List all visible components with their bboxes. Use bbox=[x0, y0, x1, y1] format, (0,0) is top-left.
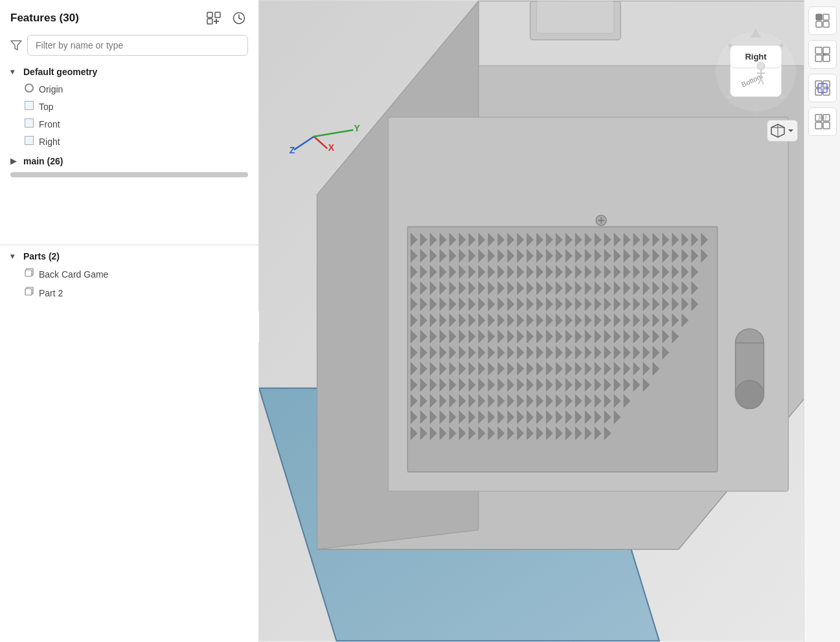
parts-header[interactable]: ▾ Parts (2) bbox=[0, 248, 258, 265]
svg-rect-10 bbox=[25, 289, 32, 295]
svg-text:X: X bbox=[328, 142, 335, 153]
view-cube[interactable]: Right Bottom bbox=[710, 26, 801, 116]
chevron-down-icon: ▾ bbox=[10, 67, 19, 76]
main-viewport[interactable]: Z X Y bbox=[259, 0, 840, 642]
top-plane-icon bbox=[23, 101, 35, 112]
svg-point-407 bbox=[728, 43, 732, 47]
variables-icon: f(x) bbox=[814, 113, 831, 130]
svg-rect-432 bbox=[823, 122, 830, 129]
left-panel: Features (30) ▾ bbox=[0, 0, 259, 642]
scroll-bar[interactable] bbox=[10, 172, 248, 177]
default-geometry-header[interactable]: ▾ Default geometry bbox=[0, 63, 258, 80]
filter-icon bbox=[10, 39, 22, 51]
grid-parts-icon bbox=[814, 46, 831, 63]
tree-item-front[interactable]: Front bbox=[0, 115, 258, 133]
part-2-label: Part 2 bbox=[39, 288, 63, 298]
tree-item-origin[interactable]: Origin bbox=[0, 80, 258, 98]
search-row bbox=[0, 32, 258, 63]
svg-point-378 bbox=[736, 381, 764, 409]
svg-point-408 bbox=[780, 43, 784, 47]
right-label: Right bbox=[39, 137, 60, 147]
svg-text:f(x): f(x) bbox=[818, 114, 826, 120]
parts-label: Parts (2) bbox=[23, 251, 60, 261]
front-label: Front bbox=[39, 119, 60, 129]
svg-point-409 bbox=[728, 95, 732, 99]
svg-rect-0 bbox=[207, 12, 212, 17]
svg-rect-419 bbox=[815, 47, 822, 54]
back-card-game-label: Back Card Game bbox=[39, 269, 108, 280]
chevron-right-icon: ▶ bbox=[10, 157, 19, 166]
toolbar-grid-button[interactable] bbox=[808, 40, 837, 69]
view-cube-toggle[interactable] bbox=[767, 120, 798, 142]
tree-item-back-card-game[interactable]: Back Card Game bbox=[0, 265, 258, 283]
parts-section: ▾ Parts (2) Back Card Game bbox=[0, 245, 258, 302]
default-geometry-label: Default geometry bbox=[23, 67, 97, 77]
origin-label: Origin bbox=[39, 84, 63, 94]
svg-rect-2 bbox=[207, 19, 212, 24]
svg-marker-414 bbox=[788, 129, 793, 132]
tree-item-part-2[interactable]: Part 2 bbox=[0, 283, 258, 302]
cube-icon bbox=[770, 123, 786, 138]
main-group-label: main (26) bbox=[23, 156, 63, 166]
origin-icon bbox=[23, 83, 35, 94]
dropdown-arrow-icon bbox=[787, 127, 795, 135]
svg-rect-422 bbox=[823, 55, 830, 61]
add-feature-button[interactable] bbox=[204, 9, 223, 27]
assembly-icon bbox=[814, 80, 831, 96]
panel-header: Features (30) bbox=[0, 0, 258, 32]
panel-title: Features (30) bbox=[10, 12, 198, 25]
search-input[interactable] bbox=[27, 35, 248, 56]
toolbar-variables-button[interactable]: f(x) bbox=[808, 107, 837, 136]
part-icon-part2 bbox=[23, 287, 35, 299]
clock-icon bbox=[233, 12, 245, 25]
svg-marker-8 bbox=[11, 41, 21, 50]
svg-rect-383 bbox=[537, 1, 615, 34]
add-feature-icon bbox=[207, 12, 221, 25]
svg-marker-423 bbox=[823, 52, 827, 56]
top-label: Top bbox=[39, 102, 54, 112]
front-plane-icon bbox=[23, 118, 35, 129]
view-cube-svg: Right Bottom bbox=[710, 26, 801, 116]
svg-text:Right: Right bbox=[745, 52, 767, 61]
right-plane-icon bbox=[23, 136, 35, 147]
svg-rect-428 bbox=[818, 83, 827, 93]
part-icon-back-card bbox=[23, 268, 35, 280]
svg-point-410 bbox=[780, 95, 784, 99]
main-group-header[interactable]: ▶ main (26) bbox=[0, 153, 258, 170]
svg-rect-421 bbox=[815, 55, 822, 61]
svg-rect-417 bbox=[816, 21, 822, 27]
toolbar-assembly-button[interactable] bbox=[808, 74, 837, 102]
svg-text:Z: Z bbox=[289, 145, 295, 155]
feature-tree: ▾ Default geometry Origin Top Front bbox=[0, 63, 258, 642]
viewport-canvas[interactable]: Z X Y bbox=[259, 0, 840, 642]
svg-line-7 bbox=[239, 18, 242, 19]
svg-rect-418 bbox=[823, 21, 829, 27]
tree-item-right[interactable]: Right bbox=[0, 133, 258, 150]
svg-rect-1 bbox=[215, 12, 220, 17]
svg-rect-420 bbox=[823, 47, 830, 54]
history-button[interactable] bbox=[230, 9, 248, 27]
svg-rect-431 bbox=[815, 122, 822, 129]
svg-point-402 bbox=[757, 62, 765, 70]
view-home-icon bbox=[814, 12, 831, 29]
svg-rect-416 bbox=[823, 14, 829, 20]
svg-rect-415 bbox=[816, 14, 822, 20]
tree-item-top[interactable]: Top bbox=[0, 98, 258, 115]
parts-chevron-icon: ▾ bbox=[10, 252, 19, 261]
svg-rect-9 bbox=[25, 270, 32, 276]
right-toolbar: f(x) bbox=[804, 0, 840, 642]
svg-text:Y: Y bbox=[354, 123, 361, 133]
toolbar-view-home-button[interactable] bbox=[808, 6, 837, 35]
